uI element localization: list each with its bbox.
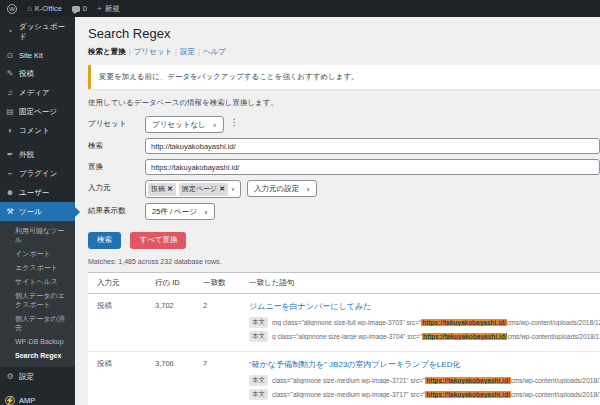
sidebar-item-label: 設定 bbox=[19, 372, 34, 382]
chevron-down-icon: ∨ bbox=[231, 186, 235, 192]
match-line: 本文 class="alignnone size-medium wp-image… bbox=[249, 375, 600, 386]
row-matches-cell: ジムニーを白ナンバーにしてみた 本文 mg class="alignnone s… bbox=[249, 301, 600, 342]
source-chip-posts[interactable]: 投稿✕ bbox=[148, 183, 176, 196]
remove-chip-icon[interactable]: ✕ bbox=[167, 185, 173, 192]
source-chip-pages[interactable]: 固定ページ✕ bbox=[179, 183, 228, 196]
row-matches-cell: “確かな予備制動力を” JB23の室内ブレーキランプをLED化 本文 class… bbox=[249, 359, 600, 405]
sidebar-item-label: 投稿 bbox=[19, 69, 34, 79]
match-line: 本文 g class="alignnone size-large wp-imag… bbox=[249, 331, 600, 342]
perpage-label: 結果表示数 bbox=[88, 203, 145, 216]
preset-select[interactable]: プリセットなし ∨ bbox=[145, 116, 224, 133]
match-after: cms/wp-content/uploads/2018/12/DSC_0 bbox=[507, 319, 600, 326]
row-match-count: 7 bbox=[203, 359, 249, 405]
appearance-icon: ✒ bbox=[5, 150, 15, 159]
sidebar-item-plugins[interactable]: ⌁ プラグイン bbox=[0, 164, 75, 183]
sidebar-item-media[interactable]: ♫ メディア bbox=[0, 83, 75, 102]
home-icon: ⌂ bbox=[27, 4, 32, 13]
dashboard-icon: ◔ bbox=[5, 27, 15, 36]
post-title-link[interactable]: ジムニーを白ナンバーにしてみた bbox=[249, 301, 600, 312]
results-table: 入力元 行の ID 一致数 一致した語句 投稿 3,702 2 ジムニーを白ナン… bbox=[88, 272, 600, 405]
match-highlight[interactable]: https://takuyakobayashi.id/ bbox=[425, 377, 510, 384]
sidebar-item-comments[interactable]: ◖ コメント bbox=[0, 121, 75, 140]
sidebar-item-pages[interactable]: ▤ 固定ページ bbox=[0, 102, 75, 121]
site-name-menu[interactable]: ⌂ K-Office bbox=[27, 4, 62, 13]
settings-icon: ⚙ bbox=[5, 372, 15, 381]
submenu-item-available-tools[interactable]: 利用可能なツール bbox=[0, 223, 75, 246]
chip-label: 固定ページ bbox=[182, 185, 217, 192]
tab-separator: | bbox=[129, 47, 131, 56]
source-flags-value: 入力元の設定 bbox=[254, 184, 299, 194]
sidebar-item-posts[interactable]: ✎ 投稿 bbox=[0, 64, 75, 83]
preset-row: プリセット プリセットなし ∨ ⋮ bbox=[88, 116, 600, 133]
match-context: class="alignnone size-medium wp-image-37… bbox=[272, 377, 600, 384]
source-row: 入力元 投稿✕ 固定ページ✕ ∨ 入力元の設定 ∨ bbox=[88, 180, 600, 198]
plus-icon: + bbox=[97, 4, 102, 13]
replace-row: 置換 bbox=[88, 159, 600, 175]
new-menu[interactable]: + 新規 bbox=[97, 4, 120, 14]
amp-icon: ⚡ bbox=[5, 396, 15, 405]
tab-separator: | bbox=[175, 47, 177, 56]
column-matched-phrases: 一致した語句 bbox=[249, 278, 600, 288]
sidebar-item-amp[interactable]: ⚡ AMP bbox=[0, 391, 75, 405]
tab-presets[interactable]: プリセット bbox=[134, 47, 172, 56]
sidebar-item-label: プラグイン bbox=[19, 169, 57, 179]
match-highlight[interactable]: https://takuyakobayashi.id/ bbox=[422, 333, 507, 340]
submenu-item-wpdb-backup[interactable]: WP-DB Backup bbox=[0, 335, 75, 349]
comments-menu[interactable]: 0 bbox=[72, 4, 87, 13]
submenu-item-export-personal-data[interactable]: 個人データのエクスポート bbox=[0, 288, 75, 311]
remove-chip-icon[interactable]: ✕ bbox=[219, 185, 225, 192]
sitekit-icon: G bbox=[5, 51, 15, 60]
sidebar-item-users[interactable]: ☻ ユーザー bbox=[0, 183, 75, 202]
source-multiselect[interactable]: 投稿✕ 固定ページ✕ ∨ bbox=[145, 180, 241, 198]
sidebar-item-tools[interactable]: ⚒ ツール bbox=[0, 202, 75, 221]
match-after: cms/wp-content/uploads/2018/12/DSC_ bbox=[511, 391, 600, 398]
tab-search-replace[interactable]: 検索と置換 bbox=[88, 47, 126, 56]
submenu-item-site-health[interactable]: サイトヘルス bbox=[0, 274, 75, 288]
search-input[interactable] bbox=[145, 138, 600, 154]
tab-help[interactable]: ヘルプ bbox=[203, 47, 226, 56]
replace-input[interactable] bbox=[145, 159, 600, 175]
sidebar-item-label: ユーザー bbox=[19, 188, 49, 198]
tools-submenu: 利用可能なツール インポート エクスポート サイトヘルス 個人データのエクスポー… bbox=[0, 221, 75, 367]
matches-summary: Matches: 1,485 across 232 database rows. bbox=[88, 258, 600, 265]
chevron-down-icon: ∨ bbox=[204, 209, 208, 215]
field-chip: 本文 bbox=[249, 317, 268, 328]
source-flags-select[interactable]: 入力元の設定 ∨ bbox=[247, 180, 317, 197]
search-button[interactable]: 検索 bbox=[88, 232, 121, 249]
tab-settings[interactable]: 設定 bbox=[180, 47, 195, 56]
post-title-link[interactable]: “確かな予備制動力を” JB23の室内ブレーキランプをLED化 bbox=[249, 359, 600, 370]
sidebar-item-appearance[interactable]: ✒ 外観 bbox=[0, 145, 75, 164]
action-buttons: 検索 すべて置換 bbox=[88, 228, 600, 249]
preset-kebab-menu-icon[interactable]: ⋮ bbox=[230, 116, 239, 127]
backup-warning-notice: 変更を加える前に、データをバックアップすることを強くおすすめします。 bbox=[88, 65, 600, 89]
sidebar-item-sitekit[interactable]: G Site Kit bbox=[0, 46, 75, 64]
submenu-item-export[interactable]: エクスポート bbox=[0, 260, 75, 274]
submenu-item-import[interactable]: インポート bbox=[0, 246, 75, 260]
match-after: cms/wp-content/uploads/2018/12/line_1 bbox=[507, 333, 600, 340]
perpage-row: 結果表示数 25件 / ページ ∨ bbox=[88, 203, 600, 220]
comments-count: 0 bbox=[83, 4, 87, 13]
admin-sidebar: ◔ ダッシュボード G Site Kit ✎ 投稿 ♫ メディア ▤ 固定ページ… bbox=[0, 17, 75, 405]
submenu-item-erase-personal-data[interactable]: 個人データの消去 bbox=[0, 312, 75, 335]
wordpress-logo-icon[interactable]: W bbox=[7, 4, 17, 14]
row-source: 投稿 bbox=[97, 301, 155, 342]
table-row: 投稿 3,702 2 ジムニーを白ナンバーにしてみた 本文 mg class="… bbox=[88, 294, 600, 352]
submenu-item-search-regex[interactable]: Search Regex bbox=[0, 349, 75, 363]
perpage-select[interactable]: 25件 / ページ ∨ bbox=[145, 203, 215, 220]
sidebar-item-settings[interactable]: ⚙ 設定 bbox=[0, 367, 75, 386]
row-id: 3,702 bbox=[155, 301, 203, 342]
comments-icon: ◖ bbox=[5, 126, 15, 135]
site-name: K-Office bbox=[35, 4, 62, 13]
row-id: 3,706 bbox=[155, 359, 203, 405]
replace-label: 置換 bbox=[88, 159, 145, 172]
pages-icon: ▤ bbox=[5, 107, 15, 116]
plugins-icon: ⌁ bbox=[5, 169, 15, 178]
match-highlight[interactable]: https://takuyakobayashi.id/ bbox=[425, 391, 510, 398]
notice-text: 変更を加える前に、データをバックアップすることを強くおすすめします。 bbox=[99, 72, 359, 81]
row-match-count: 2 bbox=[203, 301, 249, 342]
match-highlight[interactable]: https://takuyakobayashi.id/ bbox=[421, 319, 506, 326]
column-source: 入力元 bbox=[97, 278, 155, 288]
sidebar-item-dashboard[interactable]: ◔ ダッシュボード bbox=[0, 17, 75, 46]
replace-all-button[interactable]: すべて置換 bbox=[130, 232, 186, 249]
match-before: mg class="alignnone size-full wp-image-3… bbox=[272, 319, 421, 326]
